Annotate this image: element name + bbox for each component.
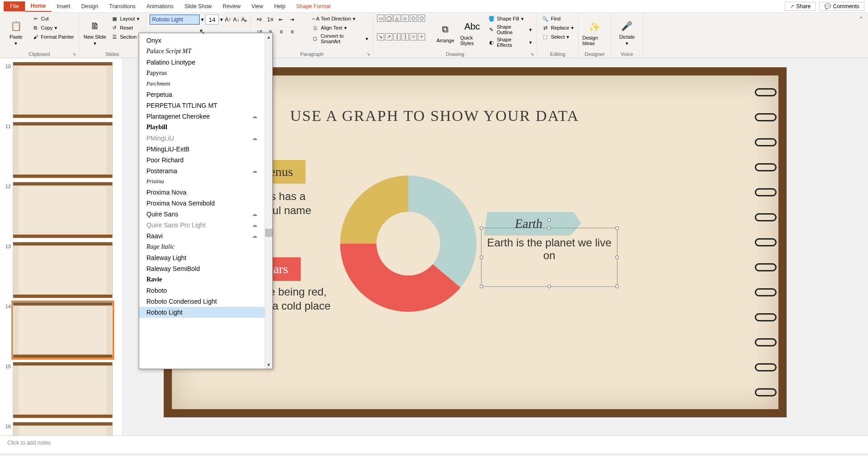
font-option[interactable]: PMingLiU☁ bbox=[139, 133, 265, 144]
find-button[interactable]: 🔍Find bbox=[541, 15, 574, 23]
collapse-ribbon-icon[interactable]: ˄ bbox=[856, 15, 866, 25]
resize-handle[interactable] bbox=[615, 285, 619, 288]
font-option[interactable]: Pristina bbox=[139, 176, 265, 187]
font-option[interactable]: Plantagenet Cherokee☁ bbox=[139, 111, 265, 122]
resize-handle[interactable] bbox=[480, 256, 483, 259]
font-option[interactable]: Posterama☁ bbox=[139, 165, 265, 176]
paste-button[interactable]: 📋 Paste▾ bbox=[4, 15, 28, 50]
clear-formatting-icon[interactable]: Aᵩ bbox=[241, 15, 247, 25]
slide-title[interactable]: USE A GRAPH TO SHOW YOUR DATA bbox=[290, 107, 579, 125]
font-option[interactable]: Roboto Condensed Light bbox=[139, 296, 265, 307]
resize-handle[interactable] bbox=[547, 285, 551, 288]
dictate-button[interactable]: 🎤Dictate▾ bbox=[615, 15, 639, 50]
font-option[interactable]: Proxima Nova bbox=[139, 187, 265, 198]
donut-chart[interactable] bbox=[340, 175, 477, 312]
notes-pane[interactable]: Click to add notes bbox=[0, 436, 868, 454]
font-name-input[interactable] bbox=[150, 15, 200, 25]
shapes-gallery[interactable]: ▭◯△◇⬠⬡ ↘↗{}☆✧ bbox=[377, 15, 431, 50]
earth-textbox-selected[interactable]: Earth is the planet we live on bbox=[481, 228, 617, 287]
increase-indent-icon[interactable]: ⇥ bbox=[287, 15, 297, 25]
design-ideas-button[interactable]: ✨Design Ideas bbox=[582, 15, 607, 50]
scroll-down-icon[interactable]: ▼ bbox=[265, 361, 272, 369]
dropdown-scrollbar[interactable]: ▲ ▼ bbox=[265, 33, 272, 369]
cut-button[interactable]: ✂Cut bbox=[31, 15, 75, 23]
font-option[interactable]: Quire Sans Pro Light☁ bbox=[139, 220, 265, 231]
font-name-dropdown[interactable]: ▾ bbox=[201, 15, 204, 25]
resize-handle[interactable] bbox=[615, 256, 619, 259]
shape-fill-button[interactable]: 🪣Shape Fill▾ bbox=[487, 15, 533, 23]
font-option[interactable]: Palatino Linotype bbox=[139, 57, 265, 68]
tab-slideshow[interactable]: Slide Show bbox=[179, 1, 217, 11]
earth-text[interactable]: Earth is the planet we live on bbox=[482, 228, 617, 270]
tab-animations[interactable]: Animations bbox=[141, 1, 179, 11]
align-text-button[interactable]: ⍐Align Text▾ bbox=[311, 24, 369, 32]
slide-thumb-12[interactable] bbox=[13, 182, 113, 238]
format-painter-button[interactable]: 🖌Format Painter bbox=[31, 33, 75, 41]
slide-thumb-13[interactable] bbox=[13, 242, 113, 298]
font-dropdown[interactable]: OnyxPalace Script MTPalatino LinotypePap… bbox=[139, 33, 273, 369]
comments-button[interactable]: 💬Comments bbox=[819, 2, 864, 11]
slide-thumb-15[interactable] bbox=[13, 362, 113, 418]
align-right-icon[interactable]: ≡ bbox=[287, 27, 297, 37]
font-option[interactable]: Raleway SemiBold bbox=[139, 263, 265, 274]
rotate-handle[interactable] bbox=[547, 218, 551, 222]
tab-help[interactable]: Help bbox=[269, 1, 291, 11]
font-option[interactable]: Poor Richard bbox=[139, 155, 265, 165]
font-option[interactable]: Papyrus bbox=[139, 68, 265, 79]
share-button[interactable]: ↗Share bbox=[785, 2, 816, 11]
font-option[interactable]: Proxima Nova Semibold bbox=[139, 198, 265, 209]
drawing-dialog-launcher[interactable]: ↘ bbox=[530, 51, 536, 57]
tab-insert[interactable]: Insert bbox=[51, 1, 76, 11]
font-size-input[interactable] bbox=[205, 15, 219, 25]
font-option[interactable]: PERPETUA TITLING MT bbox=[139, 100, 265, 111]
increase-font-icon[interactable]: A↑ bbox=[224, 15, 231, 25]
font-size-dropdown[interactable]: ▾ bbox=[220, 15, 223, 25]
scroll-up-icon[interactable]: ▲ bbox=[265, 33, 272, 41]
tab-design[interactable]: Design bbox=[76, 1, 104, 11]
paragraph-dialog-launcher[interactable]: ↘ bbox=[366, 51, 372, 57]
align-center-icon[interactable]: ≡ bbox=[276, 27, 286, 37]
slide-thumb-10[interactable] bbox=[13, 62, 113, 118]
scroll-thumb[interactable] bbox=[265, 229, 272, 237]
resize-handle[interactable] bbox=[480, 226, 483, 230]
tab-view[interactable]: View bbox=[246, 1, 269, 11]
decrease-indent-icon[interactable]: ⇤ bbox=[276, 15, 286, 25]
resize-handle[interactable] bbox=[547, 226, 551, 230]
resize-handle[interactable] bbox=[480, 285, 483, 288]
slide-thumb-16[interactable] bbox=[13, 422, 113, 436]
resize-handle[interactable] bbox=[615, 226, 619, 230]
font-option[interactable]: Ravie bbox=[139, 274, 265, 285]
font-option[interactable]: PMingLiU-ExtB bbox=[139, 144, 265, 155]
tab-transitions[interactable]: Transitions bbox=[104, 1, 141, 11]
font-option[interactable]: Quire Sans☁ bbox=[139, 209, 265, 220]
font-option[interactable]: Raleway Light bbox=[139, 252, 265, 263]
font-option[interactable]: Roboto Light bbox=[139, 307, 265, 318]
tab-file[interactable]: File bbox=[4, 1, 25, 11]
font-option[interactable]: Parchment bbox=[139, 79, 265, 89]
text-direction-button[interactable]: ↔AText Direction▾ bbox=[311, 15, 369, 23]
font-option[interactable]: Roboto bbox=[139, 285, 265, 296]
arrange-button[interactable]: ⧉Arrange bbox=[433, 15, 457, 50]
bullets-icon[interactable]: •≡ bbox=[254, 15, 264, 25]
section-button[interactable]: ☰Section▾ bbox=[110, 33, 142, 41]
reset-button[interactable]: ↺Reset bbox=[110, 24, 142, 32]
shape-outline-button[interactable]: ✎Shape Outline▾ bbox=[487, 24, 533, 35]
slide-thumbnails-pane[interactable]: 10 11 12 13 14 15 16 bbox=[0, 58, 123, 436]
convert-smartart-button[interactable]: ⬡Convert to SmartArt▾ bbox=[311, 33, 369, 45]
quick-styles-button[interactable]: AbcQuick Styles bbox=[460, 15, 484, 50]
tab-home[interactable]: Home bbox=[25, 1, 51, 12]
numbering-icon[interactable]: 1≡ bbox=[265, 15, 275, 25]
slide-thumb-14[interactable] bbox=[13, 302, 113, 358]
replace-button[interactable]: ⇄Replace▾ bbox=[541, 24, 574, 32]
layout-button[interactable]: ▦Layout▾ bbox=[110, 15, 142, 23]
font-option[interactable]: Perpetua bbox=[139, 89, 265, 100]
slide-thumb-11[interactable] bbox=[13, 122, 113, 178]
tab-shape-format[interactable]: Shape Format bbox=[291, 1, 336, 11]
font-option[interactable]: Playbill bbox=[139, 122, 265, 133]
select-button[interactable]: ⬚Select▾ bbox=[541, 33, 574, 41]
tab-review[interactable]: Review bbox=[217, 1, 246, 11]
font-option[interactable]: Palace Script MT bbox=[139, 46, 265, 57]
copy-button[interactable]: ⧉Copy▾ bbox=[31, 24, 75, 32]
new-slide-button[interactable]: 🗎 New Slide▾ bbox=[83, 15, 107, 50]
decrease-font-icon[interactable]: A↓ bbox=[232, 15, 240, 25]
